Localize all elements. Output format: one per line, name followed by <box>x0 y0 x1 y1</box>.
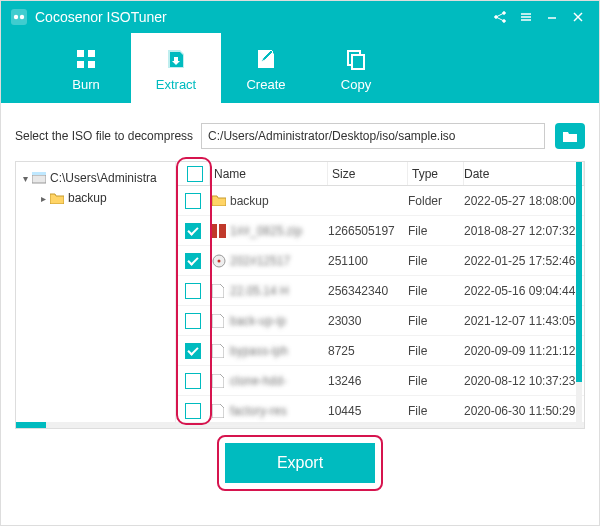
row-date: 2022-05-27 18:08:00 <box>464 194 584 208</box>
iso-path-input[interactable] <box>201 123 545 149</box>
row-name: back-up-ip <box>230 314 286 328</box>
row-type: File <box>408 254 464 268</box>
row-name: clone-hdd- <box>230 374 287 388</box>
svg-line-7 <box>496 17 504 21</box>
row-date: 2020-09-09 11:21:12 <box>464 344 584 358</box>
tree-scrollbar-h-thumb[interactable] <box>16 422 46 428</box>
share-button[interactable] <box>487 4 513 30</box>
row-type: File <box>408 284 464 298</box>
row-size: 1266505197 <box>328 224 408 238</box>
row-date: 2020-08-12 10:37:23 <box>464 374 584 388</box>
header-type[interactable]: Type <box>408 162 464 185</box>
file-list: Name Size Type Date backupFolder2022-05-… <box>176 162 584 428</box>
row-checkbox[interactable] <box>185 223 201 239</box>
footer: Export <box>15 429 585 497</box>
tree-child-label: backup <box>68 191 107 205</box>
disc-icon <box>212 254 226 268</box>
row-type: File <box>408 344 464 358</box>
svg-rect-16 <box>77 61 84 68</box>
row-type: File <box>408 374 464 388</box>
caret-right-icon: ▸ <box>38 193 48 204</box>
svg-line-6 <box>496 13 504 17</box>
svg-rect-21 <box>32 172 46 175</box>
file-icon <box>212 284 226 298</box>
tab-burn[interactable]: Burn <box>41 33 131 103</box>
row-name: 22.05.14 H <box>230 284 289 298</box>
titlebar: Cocosenor ISOTuner <box>1 1 599 33</box>
folder-icon <box>50 191 64 205</box>
export-button-label: Export <box>277 454 323 472</box>
svg-point-1 <box>14 15 18 19</box>
select-all-checkbox[interactable] <box>187 166 203 182</box>
table-row[interactable]: backupFolder2022-05-27 18:08:00 <box>176 186 584 216</box>
file-icon <box>212 314 226 328</box>
row-size: 10445 <box>328 404 408 418</box>
svg-rect-17 <box>88 61 95 68</box>
row-name: backup <box>230 194 269 208</box>
svg-rect-14 <box>77 50 84 57</box>
main-toolbar: Burn Extract Create Copy <box>1 33 599 103</box>
header-date[interactable]: Date <box>464 162 584 185</box>
row-date: 2022-01-25 17:52:46 <box>464 254 584 268</box>
row-date: 2022-05-16 09:04:44 <box>464 284 584 298</box>
tree-root[interactable]: ▾ C:\Users\Administra <box>20 168 171 188</box>
row-checkbox[interactable] <box>185 373 201 389</box>
row-size: 251100 <box>328 254 408 268</box>
row-date: 2020-06-30 11:50:29 <box>464 404 584 418</box>
file-icon <box>212 344 226 358</box>
svg-rect-0 <box>11 9 27 25</box>
table-row[interactable]: 202#12517251100File2022-01-25 17:52:46 <box>176 246 584 276</box>
row-checkbox[interactable] <box>185 283 201 299</box>
row-size: 23030 <box>328 314 408 328</box>
create-icon <box>252 45 280 73</box>
svg-rect-15 <box>88 50 95 57</box>
file-icon <box>212 404 226 418</box>
tab-extract[interactable]: Extract <box>131 33 221 103</box>
row-checkbox[interactable] <box>185 403 201 419</box>
tab-burn-label: Burn <box>72 77 99 92</box>
row-checkbox[interactable] <box>185 193 201 209</box>
tree-child[interactable]: ▸ backup <box>20 188 171 208</box>
browse-button[interactable] <box>555 123 585 149</box>
burn-icon <box>72 45 100 73</box>
svg-rect-19 <box>352 55 364 69</box>
tree-root-label: C:\Users\Administra <box>50 171 157 185</box>
list-scrollbar-v-thumb[interactable] <box>576 162 582 382</box>
extract-icon <box>162 45 190 73</box>
path-label: Select the ISO file to decompress <box>15 129 193 143</box>
folder-icon <box>212 194 226 208</box>
row-type: File <box>408 224 464 238</box>
header-size[interactable]: Size <box>328 162 408 185</box>
row-name: bypass-iph <box>230 344 288 358</box>
tab-copy[interactable]: Copy <box>311 33 401 103</box>
row-size: 8725 <box>328 344 408 358</box>
table-row[interactable]: clone-hdd-13246File2020-08-12 10:37:23 <box>176 366 584 396</box>
tab-copy-label: Copy <box>341 77 371 92</box>
svg-point-25 <box>218 259 221 262</box>
close-button[interactable] <box>565 4 591 30</box>
file-list-header: Name Size Type Date <box>176 162 584 186</box>
svg-rect-23 <box>217 224 219 238</box>
menu-button[interactable] <box>513 4 539 30</box>
row-date: 2021-12-07 11:43:05 <box>464 314 584 328</box>
svg-point-2 <box>20 15 24 19</box>
row-checkbox[interactable] <box>185 313 201 329</box>
path-row: Select the ISO file to decompress <box>15 123 585 149</box>
copy-icon <box>342 45 370 73</box>
row-name: 202#12517 <box>230 254 290 268</box>
header-name[interactable]: Name <box>210 162 328 185</box>
row-checkbox[interactable] <box>185 343 201 359</box>
table-row[interactable]: back-up-ip23030File2021-12-07 11:43:05 <box>176 306 584 336</box>
table-row[interactable]: 1##_0825.zip1266505197File2018-08-27 12:… <box>176 216 584 246</box>
row-name: 1##_0825.zip <box>230 224 302 238</box>
row-checkbox[interactable] <box>185 253 201 269</box>
table-row[interactable]: 22.05.14 H256342340File2022-05-16 09:04:… <box>176 276 584 306</box>
row-size: 13246 <box>328 374 408 388</box>
minimize-button[interactable] <box>539 4 565 30</box>
export-button[interactable]: Export <box>225 443 375 483</box>
tab-create[interactable]: Create <box>221 33 311 103</box>
app-logo-icon <box>9 7 29 27</box>
table-row[interactable]: factory-res10445File2020-06-30 11:50:29 <box>176 396 584 426</box>
table-row[interactable]: bypass-iph8725File2020-09-09 11:21:12 <box>176 336 584 366</box>
svg-rect-20 <box>32 175 46 183</box>
